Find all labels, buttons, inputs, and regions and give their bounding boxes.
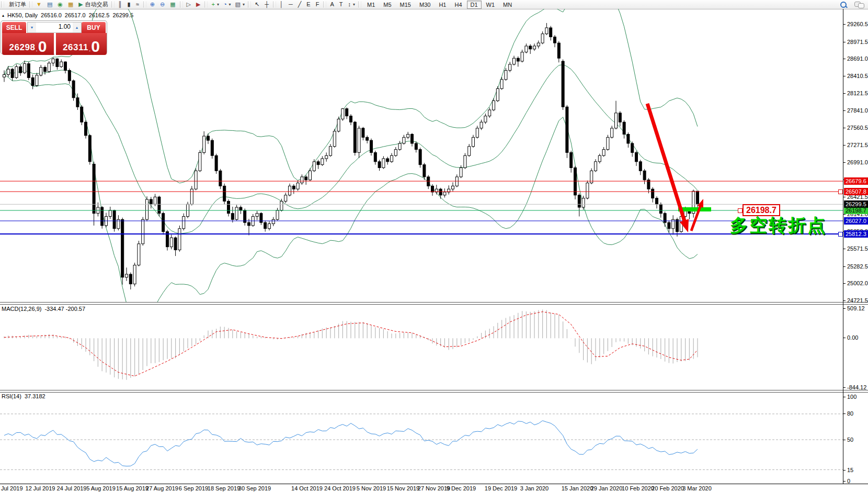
sell-price[interactable]: 26298.0 — [2, 33, 54, 55]
axis-tick-label: 25571.5 — [847, 245, 868, 252]
fibonacci-icon[interactable]: F — [314, 1, 323, 8]
axis-tick-label: 15 — [847, 467, 853, 473]
candle — [289, 186, 291, 195]
timeframe-m15[interactable]: M15 — [396, 1, 415, 9]
line-handle[interactable] — [838, 189, 843, 194]
indicators-icon-dropdown[interactable]: ▾ — [217, 2, 219, 7]
candle — [484, 116, 487, 122]
axis-label-25812.3[interactable]: 25812.3 — [844, 230, 868, 238]
candle — [138, 244, 140, 265]
candle — [346, 109, 348, 116]
cursor-icon[interactable]: ↖ — [253, 1, 262, 8]
funnel-icon[interactable]: ▼ — [34, 1, 45, 8]
chart-shift-icon[interactable]: ▶ — [194, 1, 203, 8]
crosshair-icon[interactable]: ┼ — [262, 1, 272, 8]
candle — [476, 128, 478, 137]
axis-label-26679.6[interactable]: 26679.6 — [844, 177, 868, 185]
line-handle[interactable] — [738, 208, 743, 213]
sell-button[interactable]: SELL — [2, 22, 26, 33]
tile-windows-icon[interactable]: ▦ — [168, 1, 178, 8]
line-chart-icon[interactable]: ≈ — [134, 1, 142, 8]
vertical-line-icon[interactable]: │ — [278, 1, 287, 8]
arrows-tool-icon[interactable]: ↕▾ — [346, 1, 357, 8]
text-icon[interactable]: A — [328, 1, 337, 8]
candle — [676, 219, 679, 231]
timeframe-mn[interactable]: MN — [499, 1, 516, 9]
channel-icon[interactable]: E — [304, 1, 313, 8]
candle — [598, 155, 601, 162]
candle — [125, 274, 128, 277]
templates-icon-dropdown[interactable]: ▾ — [243, 2, 245, 7]
axis-tick-label: 27560.5 — [847, 125, 868, 131]
autotrading-button[interactable]: ▶自动交易 — [76, 1, 110, 8]
periods-icon-dropdown[interactable]: ▾ — [229, 2, 231, 7]
crosshair-icon: ┼ — [265, 2, 269, 7]
indicators-icon[interactable]: +▾ — [209, 1, 221, 8]
timeframe-h4[interactable]: H4 — [451, 1, 465, 9]
zoom-in-icon[interactable]: ⊕ — [148, 1, 158, 8]
trendline-icon[interactable]: ╱ — [296, 1, 305, 8]
terminal-icon[interactable]: ▤ — [45, 1, 55, 8]
rsi-pane-canvas[interactable] — [0, 392, 843, 483]
new-order-button-label: 新订单 — [9, 1, 26, 8]
axis-tick — [843, 308, 846, 309]
axis-tick — [843, 76, 846, 76]
zoom-out-icon[interactable]: ⊖ — [158, 1, 168, 8]
volume-value[interactable]: 1.00 — [36, 23, 73, 32]
candle — [643, 171, 646, 180]
turning-point-annotation[interactable]: 多空转折点 — [730, 214, 827, 238]
timeframe-h1[interactable]: H1 — [435, 1, 450, 9]
candle — [52, 59, 54, 63]
axis-tick — [843, 145, 846, 146]
main-chart-canvas[interactable] — [0, 9, 843, 302]
text-label-icon[interactable]: T — [337, 1, 346, 8]
market-watch-icon[interactable]: ▦ — [66, 1, 76, 8]
buy-button[interactable]: BUY — [82, 22, 106, 33]
candle — [260, 214, 262, 222]
new-order-button[interactable]: 新订单 — [6, 1, 28, 8]
axis-label-26507.8[interactable]: 26507.8 — [844, 188, 868, 195]
horizontal-line-icon[interactable]: ─ — [287, 1, 296, 8]
candle — [615, 113, 618, 128]
candle — [76, 98, 79, 107]
auto-scroll-icon[interactable]: ▷ — [185, 1, 194, 8]
volume-increase-button[interactable]: ▲ — [73, 23, 81, 32]
channel-icon: E — [306, 2, 310, 7]
axis-tick — [843, 128, 846, 128]
chat-icon[interactable] — [854, 2, 864, 8]
candle — [505, 70, 507, 79]
arrows-tool-icon-dropdown[interactable]: ▾ — [353, 2, 355, 7]
candle — [64, 62, 67, 70]
candle — [407, 135, 409, 138]
candle — [101, 207, 104, 226]
candle — [541, 34, 544, 43]
autotrading-button: ▶ — [78, 2, 83, 7]
timeframe-m5[interactable]: M5 — [380, 1, 395, 9]
macd-pane-canvas[interactable] — [0, 304, 843, 390]
signals-icon[interactable]: ◉ — [55, 1, 66, 8]
periods-icon[interactable]: ◔▾ — [221, 1, 233, 8]
candle — [362, 128, 364, 137]
volume-decrease-button[interactable]: ▼ — [28, 23, 36, 32]
vertical-line-icon: │ — [280, 2, 283, 7]
timeframe-m30[interactable]: M30 — [416, 1, 434, 9]
bar-chart-icon[interactable]: ║ — [116, 1, 125, 8]
axis-label-26027.0[interactable]: 26027.0 — [844, 217, 868, 225]
buy-price[interactable]: 26311.0 — [55, 33, 107, 55]
date-axis[interactable]: Jul 201912 Jul 201924 Jul 20195 Aug 2019… — [0, 484, 868, 492]
date-label: 19 Dec 2019 — [485, 485, 517, 491]
timeframe-w1[interactable]: W1 — [483, 1, 499, 9]
templates-icon[interactable]: ▧▾ — [233, 1, 247, 8]
line-handle[interactable] — [838, 232, 843, 237]
price-axis[interactable]: 29260.528971.528691.028410.528121.527841… — [843, 9, 868, 484]
indicators-icon: + — [211, 2, 214, 7]
date-label: 6 Sep 2019 — [179, 485, 208, 491]
candlestick-chart-icon[interactable]: ▮ — [125, 1, 134, 8]
search-icon[interactable] — [840, 1, 847, 8]
axis-tick — [843, 110, 846, 111]
timeframe-m1[interactable]: M1 — [363, 1, 379, 9]
candle — [656, 198, 658, 205]
timeframe-d1[interactable]: D1 — [467, 1, 482, 9]
candle — [292, 186, 295, 189]
axis-label-current-price[interactable]: 26299.5 — [844, 200, 868, 208]
